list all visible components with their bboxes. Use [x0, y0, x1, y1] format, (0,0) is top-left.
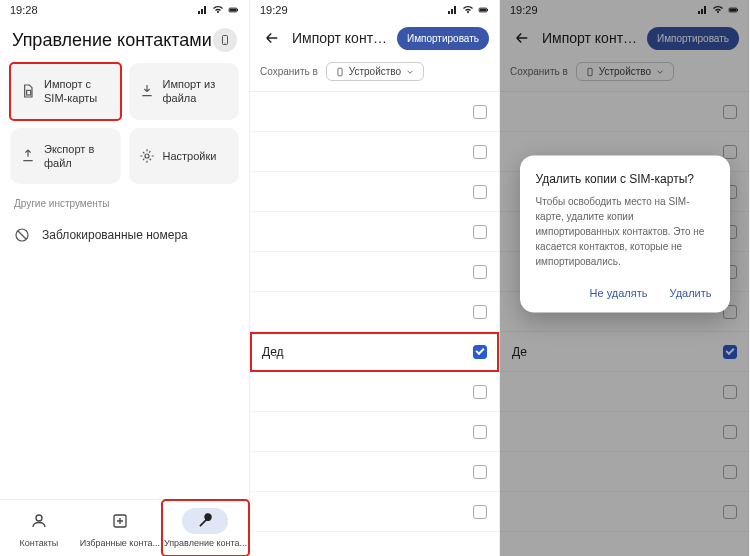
blocked-label: Заблокированные номера — [42, 228, 188, 242]
signal-icon — [447, 4, 459, 16]
contact-row[interactable]: Де — [500, 332, 749, 372]
status-bar: 19:28 — [0, 0, 249, 20]
contact-name: Де — [512, 345, 723, 359]
nav-highlights-label: Избранные конта... — [80, 538, 160, 548]
storage-chip[interactable]: Устройство — [326, 62, 424, 81]
contact-checkbox[interactable] — [473, 185, 487, 199]
contact-checkbox[interactable] — [473, 305, 487, 319]
contact-checkbox[interactable] — [473, 345, 487, 359]
block-icon — [14, 227, 30, 243]
signal-icon — [697, 4, 709, 16]
phone-icon — [585, 67, 595, 77]
svg-point-8 — [36, 515, 42, 521]
download-icon — [139, 83, 155, 99]
contact-checkbox[interactable] — [723, 425, 737, 439]
dialog-actions: Не удалять Удалить — [536, 280, 714, 304]
contact-checkbox[interactable] — [473, 465, 487, 479]
bottom-nav: Контакты Избранные конта... Управление к… — [0, 499, 249, 556]
wifi-icon — [212, 4, 224, 16]
contact-row[interactable] — [250, 172, 499, 212]
contact-name: Дед — [262, 345, 473, 359]
svg-rect-13 — [338, 68, 342, 76]
status-bar: 19:29 — [500, 0, 749, 20]
app-bar: Импорт контак... Импортировать — [500, 20, 749, 56]
star-box-icon — [111, 512, 129, 530]
contact-checkbox[interactable] — [473, 385, 487, 399]
delete-sim-dialog: Удалить копии с SIM-карты? Чтобы освобод… — [520, 155, 730, 312]
storage-chip[interactable]: Устройство — [576, 62, 674, 81]
chevron-down-icon — [405, 67, 415, 77]
settings-card[interactable]: Настройки — [129, 128, 240, 185]
contact-row[interactable] — [500, 492, 749, 532]
dialog-body: Чтобы освободить место на SIM-карте, уда… — [536, 193, 714, 268]
battery-icon — [477, 4, 489, 16]
contact-row[interactable] — [250, 212, 499, 252]
svg-point-6 — [145, 154, 149, 158]
device-icon-button[interactable] — [213, 28, 237, 52]
panel-import-dialog: 19:29 Импорт контак... Импортировать Сох… — [500, 0, 750, 556]
contact-checkbox[interactable] — [723, 385, 737, 399]
back-button[interactable] — [260, 26, 284, 50]
contact-checkbox[interactable] — [723, 145, 737, 159]
wrench-icon — [196, 512, 214, 530]
chevron-down-icon — [655, 67, 665, 77]
contact-row[interactable] — [250, 292, 499, 332]
wifi-icon — [462, 4, 474, 16]
contact-checkbox[interactable] — [473, 105, 487, 119]
contact-row[interactable]: Дед — [250, 332, 499, 372]
svg-rect-5 — [27, 91, 31, 96]
contact-checkbox[interactable] — [723, 105, 737, 119]
contacts-list[interactable]: Дед — [250, 92, 499, 556]
action-grid: Импорт с SIM-карты Импорт из файла Экспо… — [0, 63, 249, 184]
settings-label: Настройки — [163, 149, 217, 163]
contact-checkbox[interactable] — [723, 345, 737, 359]
upload-icon — [20, 148, 36, 164]
nav-manage[interactable]: Управление конта... — [162, 500, 249, 556]
import-button[interactable]: Импортировать — [397, 27, 489, 50]
contact-row[interactable] — [250, 372, 499, 412]
blocked-numbers-row[interactable]: Заблокированные номера — [0, 217, 249, 253]
arrow-left-icon — [263, 29, 281, 47]
contact-checkbox[interactable] — [723, 505, 737, 519]
gear-icon — [139, 148, 155, 164]
dialog-confirm-button[interactable]: Удалить — [668, 280, 714, 304]
contact-row[interactable] — [250, 92, 499, 132]
contact-checkbox[interactable] — [473, 425, 487, 439]
contact-row[interactable] — [250, 412, 499, 452]
arrow-left-icon — [513, 29, 531, 47]
save-to-label: Сохранить в — [510, 66, 568, 77]
svg-rect-15 — [730, 9, 737, 12]
app-bar: Импорт контак... Импортировать — [250, 20, 499, 56]
import-sim-card[interactable]: Импорт с SIM-карты — [10, 63, 121, 120]
contact-checkbox[interactable] — [473, 265, 487, 279]
import-button[interactable]: Импортировать — [647, 27, 739, 50]
contact-row[interactable] — [500, 92, 749, 132]
contact-row[interactable] — [250, 492, 499, 532]
nav-highlights[interactable]: Избранные конта... — [78, 500, 162, 556]
contact-checkbox[interactable] — [723, 465, 737, 479]
panel-manage-contacts: 19:28 Управление контактами Импорт с SIM… — [0, 0, 250, 556]
contact-checkbox[interactable] — [473, 505, 487, 519]
nav-contacts[interactable]: Контакты — [0, 500, 78, 556]
contact-row[interactable] — [500, 372, 749, 412]
nav-manage-label: Управление конта... — [164, 538, 247, 548]
contact-row[interactable] — [250, 132, 499, 172]
dialog-cancel-button[interactable]: Не удалять — [588, 280, 650, 304]
status-icons — [447, 4, 489, 16]
contact-row[interactable] — [500, 412, 749, 452]
contact-checkbox[interactable] — [473, 145, 487, 159]
back-button[interactable] — [510, 26, 534, 50]
export-file-card[interactable]: Экспорт в файл — [10, 128, 121, 185]
contact-row[interactable] — [250, 252, 499, 292]
chip-label: Устройство — [349, 66, 401, 77]
battery-icon — [227, 4, 239, 16]
contact-checkbox[interactable] — [473, 225, 487, 239]
dialog-title: Удалить копии с SIM-карты? — [536, 171, 714, 185]
contact-row[interactable] — [500, 452, 749, 492]
chip-label: Устройство — [599, 66, 651, 77]
svg-rect-1 — [230, 9, 237, 12]
signal-icon — [197, 4, 209, 16]
import-file-card[interactable]: Импорт из файла — [129, 63, 240, 120]
svg-point-4 — [225, 43, 226, 44]
contact-row[interactable] — [250, 452, 499, 492]
